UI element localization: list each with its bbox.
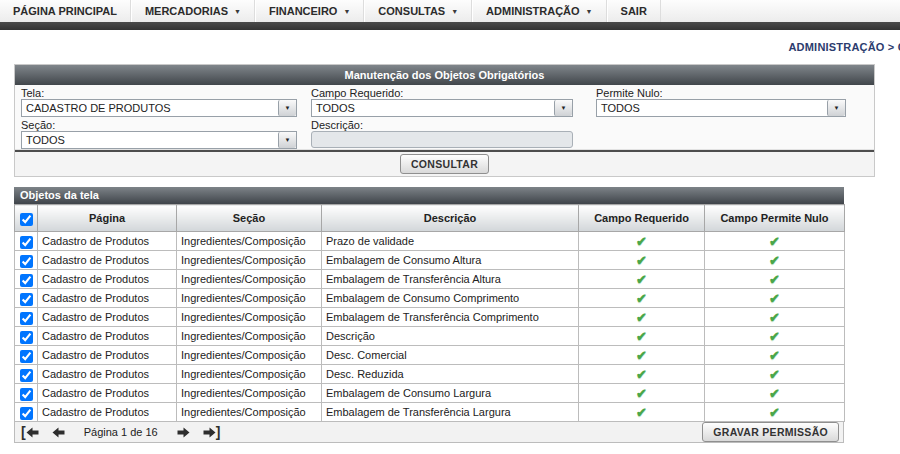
check-icon: ✔ bbox=[769, 367, 780, 382]
cell-descricao: Embalagem de Transferência Altura bbox=[322, 270, 579, 289]
cell-pagina: Cadastro de Produtos bbox=[38, 308, 177, 327]
cell-descricao: Embalagem de Transferência Largura bbox=[322, 403, 579, 422]
table-row: Cadastro de Produtos Ingredientes/Compos… bbox=[15, 289, 845, 308]
table-row: Cadastro de Produtos Ingredientes/Compos… bbox=[15, 327, 845, 346]
menu-item-consultas[interactable]: CONSULTAS▼ bbox=[364, 0, 472, 22]
tela-select[interactable]: CADASTRO DE PRODUTOS ▼ bbox=[21, 99, 297, 117]
check-icon: ✔ bbox=[636, 348, 647, 363]
check-icon: ✔ bbox=[769, 310, 780, 325]
table-row: Cadastro de Produtos Ingredientes/Compos… bbox=[15, 251, 845, 270]
cell-pagina: Cadastro de Produtos bbox=[38, 403, 177, 422]
dropdown-arrow-icon[interactable]: ▼ bbox=[278, 132, 296, 148]
campo-requerido-select-value: TODOS bbox=[312, 100, 554, 116]
cell-descricao: Embalagem de Consumo Altura bbox=[322, 251, 579, 270]
cell-pagina: Cadastro de Produtos bbox=[38, 365, 177, 384]
table-row: Cadastro de Produtos Ingredientes/Compos… bbox=[15, 308, 845, 327]
cell-secao: Ingredientes/Composição bbox=[177, 365, 322, 384]
table-row: Cadastro de Produtos Ingredientes/Compos… bbox=[15, 365, 845, 384]
menu-item-sair[interactable]: SAIR bbox=[607, 0, 661, 22]
arrow-right-icon bbox=[177, 427, 190, 438]
row-checkbox[interactable] bbox=[20, 350, 33, 363]
row-checkbox[interactable] bbox=[20, 331, 33, 344]
dropdown-arrow-icon[interactable]: ▼ bbox=[827, 100, 845, 116]
row-checkbox[interactable] bbox=[20, 274, 33, 287]
table-title: Objetos da tela bbox=[14, 187, 844, 204]
chevron-down-icon: ▼ bbox=[586, 8, 593, 15]
menu-item-label: SAIR bbox=[621, 5, 647, 17]
last-page-button[interactable]: ] bbox=[203, 427, 221, 438]
cell-descricao: Desc. Comercial bbox=[322, 346, 579, 365]
check-icon: ✔ bbox=[636, 272, 647, 287]
cell-secao: Ingredientes/Composição bbox=[177, 308, 322, 327]
cell-pagina: Cadastro de Produtos bbox=[38, 327, 177, 346]
check-icon: ✔ bbox=[769, 291, 780, 306]
consultar-button[interactable]: CONSULTAR bbox=[400, 154, 489, 174]
previous-page-button[interactable] bbox=[52, 427, 65, 438]
select-all-header-cell bbox=[15, 205, 38, 232]
check-icon: ✔ bbox=[636, 253, 647, 268]
bracket-close: ] bbox=[216, 427, 221, 438]
cell-secao: Ingredientes/Composição bbox=[177, 346, 322, 365]
check-icon: ✔ bbox=[636, 405, 647, 420]
permite-nulo-select-value: TODOS bbox=[597, 100, 827, 116]
results-section: Objetos da tela Página Seção Descrição C… bbox=[14, 187, 844, 443]
menu-item-label: ADMINISTRAÇÃO bbox=[486, 5, 580, 17]
table-row: Cadastro de Produtos Ingredientes/Compos… bbox=[15, 232, 845, 251]
next-page-button[interactable] bbox=[177, 427, 190, 438]
tela-select-value: CADASTRO DE PRODUTOS bbox=[22, 100, 278, 116]
cell-descricao: Embalagem de Transferência Comprimento bbox=[322, 308, 579, 327]
cell-descricao: Desc. Reduzida bbox=[322, 365, 579, 384]
row-checkbox[interactable] bbox=[20, 236, 33, 249]
col-header-secao: Seção bbox=[177, 205, 322, 232]
secao-select[interactable]: TODOS ▼ bbox=[21, 131, 297, 149]
menu-item-mercadorias[interactable]: MERCADORIAS▼ bbox=[131, 0, 255, 22]
cell-secao: Ingredientes/Composição bbox=[177, 403, 322, 422]
table-row: Cadastro de Produtos Ingredientes/Compos… bbox=[15, 384, 845, 403]
menu-item-label: MERCADORIAS bbox=[145, 5, 228, 17]
descricao-input[interactable] bbox=[311, 131, 573, 148]
row-checkbox[interactable] bbox=[20, 293, 33, 306]
col-header-campo-permite-nulo: Campo Permite Nulo bbox=[705, 205, 845, 232]
cell-secao: Ingredientes/Composição bbox=[177, 232, 322, 251]
dropdown-arrow-icon[interactable]: ▼ bbox=[554, 100, 572, 116]
permite-nulo-select[interactable]: TODOS ▼ bbox=[596, 99, 846, 117]
row-checkbox[interactable] bbox=[20, 369, 33, 382]
cell-descricao: Prazo de validade bbox=[322, 232, 579, 251]
menu-item-label: CONSULTAS bbox=[378, 5, 445, 17]
cell-pagina: Cadastro de Produtos bbox=[38, 346, 177, 365]
menu-item-financeiro[interactable]: FINANCEIRO▼ bbox=[255, 0, 364, 22]
check-icon: ✔ bbox=[636, 291, 647, 306]
col-header-descricao: Descrição bbox=[322, 205, 579, 232]
first-page-button[interactable]: [ bbox=[21, 427, 39, 438]
permite-nulo-label: Permite Nulo: bbox=[596, 87, 663, 99]
row-checkbox[interactable] bbox=[20, 388, 33, 401]
check-icon: ✔ bbox=[769, 348, 780, 363]
gravar-permissao-button[interactable]: GRAVAR PERMISSÃO bbox=[702, 422, 839, 442]
col-header-pagina: Página bbox=[38, 205, 177, 232]
chevron-down-icon: ▼ bbox=[343, 8, 350, 15]
menu-item-label: FINANCEIRO bbox=[269, 5, 337, 17]
menu-item-administracao[interactable]: ADMINISTRAÇÃO▼ bbox=[472, 0, 606, 22]
main-menubar: PÁGINA PRINCIPAL MERCADORIAS▼ FINANCEIRO… bbox=[0, 0, 900, 22]
check-icon: ✔ bbox=[636, 310, 647, 325]
check-icon: ✔ bbox=[769, 405, 780, 420]
row-checkbox[interactable] bbox=[20, 407, 33, 420]
dropdown-arrow-icon[interactable]: ▼ bbox=[278, 100, 296, 116]
check-icon: ✔ bbox=[769, 234, 780, 249]
descricao-label: Descrição: bbox=[311, 119, 363, 131]
campo-requerido-select[interactable]: TODOS ▼ bbox=[311, 99, 573, 117]
row-checkbox[interactable] bbox=[20, 312, 33, 325]
menu-item-pagina-principal[interactable]: PÁGINA PRINCIPAL bbox=[0, 0, 131, 22]
table-row: Cadastro de Produtos Ingredientes/Compos… bbox=[15, 403, 845, 422]
check-icon: ✔ bbox=[769, 329, 780, 344]
breadcrumb: ADMINISTRAÇÃO > CA bbox=[0, 41, 900, 53]
secao-label: Seção: bbox=[21, 119, 55, 131]
arrow-left-icon bbox=[52, 427, 65, 438]
cell-pagina: Cadastro de Produtos bbox=[38, 289, 177, 308]
select-all-checkbox[interactable] bbox=[20, 213, 33, 226]
menubar-divider bbox=[0, 22, 900, 30]
row-checkbox[interactable] bbox=[20, 255, 33, 268]
menu-item-label: PÁGINA PRINCIPAL bbox=[13, 5, 117, 17]
page-indicator: Página 1 de 16 bbox=[78, 426, 164, 438]
table-row: Cadastro de Produtos Ingredientes/Compos… bbox=[15, 270, 845, 289]
